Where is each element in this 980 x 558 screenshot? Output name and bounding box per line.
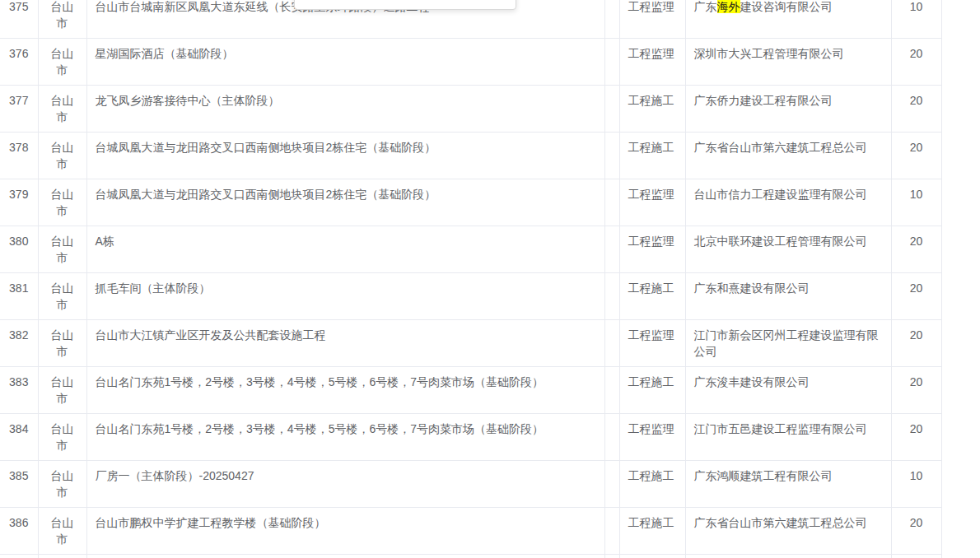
company-cell: 广东海外建设咨询有限公司: [685, 0, 891, 39]
score-cell: 20: [891, 320, 941, 367]
company-cell: 广东海外建设咨询有限公司: [685, 555, 891, 558]
company-text: 台山市信力工程建设监理有限公司: [694, 188, 867, 201]
company-cell: 江门市五邑建设工程监理有限公司: [685, 414, 891, 461]
project-name-cell: 台山市鹏权中学扩建工程教学楼（基础阶段）: [86, 508, 604, 555]
city-cell: 台山市: [38, 508, 86, 555]
page: 375台山市台山市台城南新区凤凰大道东延线（长安路至东环路段）道路工程工程监理广…: [0, 0, 980, 558]
project-name-cell: 台城凤凰大道与龙田路交叉口西南侧地块项目2栋住宅（基础阶段）: [86, 133, 604, 179]
project-name-cell: 台城凤凰大道与龙田路交叉口西南侧地块项目2栋住宅（基础阶段）: [86, 179, 604, 226]
score-cell: 20: [891, 39, 941, 86]
project-name-cell: 台山名门东苑1号楼，2号楼，3号楼，4号楼，5号楼，6号楼，7号肉菜市场（基础阶…: [86, 414, 604, 461]
spacer-cell: [604, 555, 619, 558]
spacer-cell: [604, 179, 619, 226]
report-type-cell: 工程监理: [619, 39, 685, 86]
company-text: 江门市五邑建设工程监理有限公司: [694, 422, 867, 435]
spacer-cell: [604, 133, 619, 179]
project-name-cell: 抓毛车间（主体阶段）: [86, 273, 604, 320]
score-cell: 10: [891, 461, 941, 508]
report-type-cell: 工程监理: [619, 0, 685, 39]
score-cell: 20: [891, 273, 941, 320]
company-text: 建设咨询有限公司: [740, 0, 833, 13]
city-cell: 台山市: [38, 179, 86, 226]
table-row[interactable]: 377台山市龙飞凤乡游客接待中心（主体阶段）工程施工广东侨力建设工程有限公司20: [0, 86, 941, 133]
company-cell: 台山市信力工程建设监理有限公司: [685, 179, 891, 226]
table-row[interactable]: 384台山市台山名门东苑1号楼，2号楼，3号楼，4号楼，5号楼，6号楼，7号肉菜…: [0, 414, 941, 461]
table-body: 375台山市台山市台城南新区凤凰大道东延线（长安路至东环路段）道路工程工程监理广…: [0, 0, 941, 558]
table-row[interactable]: 383台山市台山名门东苑1号楼，2号楼，3号楼，4号楼，5号楼，6号楼，7号肉菜…: [0, 367, 941, 414]
report-type-cell: 工程监理: [619, 555, 685, 558]
company-cell: 广东浚丰建设有限公司: [685, 367, 891, 414]
company-text: 江门市新会区冈州工程建设监理有限公司: [694, 328, 879, 358]
city-cell: 台山市: [38, 39, 86, 86]
company-text: 广东侨力建设工程有限公司: [694, 94, 833, 107]
company-cell: 广东和熹建设有限公司: [685, 273, 891, 320]
row-index-cell: 383: [0, 367, 38, 414]
city-cell: 台山市: [38, 0, 86, 39]
table-row[interactable]: 382台山市台山市大江镇产业区开发及公共配套设施工程工程监理江门市新会区冈州工程…: [0, 320, 941, 367]
city-cell: 台山市: [38, 320, 86, 367]
project-name-cell: 台山市鹏权中学扩建工程教学楼（基础阶段）: [86, 555, 604, 558]
score-cell: 20: [891, 226, 941, 273]
spacer-cell: [604, 273, 619, 320]
report-type-cell: 工程监理: [619, 226, 685, 273]
score-cell: 10: [891, 179, 941, 226]
table-row[interactable]: 376台山市星湖国际酒店（基础阶段）工程监理深圳市大兴工程管理有限公司20: [0, 39, 941, 86]
report-type-cell: 工程施工: [619, 133, 685, 179]
row-index-cell: 375: [0, 0, 38, 39]
spacer-cell: [604, 39, 619, 86]
row-index-cell: 380: [0, 226, 38, 273]
city-cell: 台山市: [38, 133, 86, 179]
table-row[interactable]: 385台山市厂房一（主体阶段）-20250427工程施工广东鸿顺建筑工程有限公司…: [0, 461, 941, 508]
project-name-cell: A栋: [86, 226, 604, 273]
row-index-cell: 379: [0, 179, 38, 226]
city-cell: 台山市: [38, 86, 86, 133]
company-text: 广东省台山市第六建筑工程总公司: [694, 516, 867, 529]
company-text: 广东鸿顺建筑工程有限公司: [694, 469, 833, 482]
company-cell: 广东省台山市第六建筑工程总公司: [685, 508, 891, 555]
spacer-cell: [604, 414, 619, 461]
table-row[interactable]: 387台山市台山市鹏权中学扩建工程教学楼（基础阶段）工程监理广东海外建设咨询有限…: [0, 555, 941, 558]
project-name-cell: 厂房一（主体阶段）-20250427: [86, 461, 604, 508]
company-text: 广东: [694, 0, 717, 13]
row-index-cell: 376: [0, 39, 38, 86]
row-index-cell: 377: [0, 86, 38, 133]
company-cell: 广东侨力建设工程有限公司: [685, 86, 891, 133]
company-cell: 广东鸿顺建筑工程有限公司: [685, 461, 891, 508]
row-index-cell: 381: [0, 273, 38, 320]
score-cell: 20: [891, 133, 941, 179]
spacer-cell: [604, 86, 619, 133]
report-type-cell: 工程施工: [619, 86, 685, 133]
spacer-cell: [604, 226, 619, 273]
table-row[interactable]: 378台山市台城凤凰大道与龙田路交叉口西南侧地块项目2栋住宅（基础阶段）工程施工…: [0, 133, 941, 179]
row-index-cell: 387: [0, 555, 38, 558]
table-row[interactable]: 380台山市A栋工程监理北京中联环建设工程管理有限公司20: [0, 226, 941, 273]
report-type-cell: 工程施工: [619, 273, 685, 320]
project-name-cell: 台山市大江镇产业区开发及公共配套设施工程: [86, 320, 604, 367]
spacer-cell: [604, 367, 619, 414]
spacer-cell: [604, 461, 619, 508]
company-cell: 江门市新会区冈州工程建设监理有限公司: [685, 320, 891, 367]
spacer-cell: [604, 0, 619, 39]
project-name-cell: 台山名门东苑1号楼，2号楼，3号楼，4号楼，5号楼，6号楼，7号肉菜市场（基础阶…: [86, 367, 604, 414]
report-type-cell: 工程监理: [619, 414, 685, 461]
score-cell: 10: [891, 0, 941, 39]
report-type-cell: 工程监理: [619, 320, 685, 367]
row-index-cell: 378: [0, 133, 38, 179]
city-cell: 台山市: [38, 367, 86, 414]
city-cell: 台山市: [38, 226, 86, 273]
project-name-cell: 星湖国际酒店（基础阶段）: [86, 39, 604, 86]
row-index-cell: 382: [0, 320, 38, 367]
table-row[interactable]: 381台山市抓毛车间（主体阶段）工程施工广东和熹建设有限公司20: [0, 273, 941, 320]
company-text: 广东省台山市第六建筑工程总公司: [694, 141, 867, 154]
city-cell: 台山市: [38, 461, 86, 508]
table-row[interactable]: 379台山市台城凤凰大道与龙田路交叉口西南侧地块项目2栋住宅（基础阶段）工程监理…: [0, 179, 941, 226]
table-row[interactable]: 386台山市台山市鹏权中学扩建工程教学楼（基础阶段）工程施工广东省台山市第六建筑…: [0, 508, 941, 555]
company-text: 广东和熹建设有限公司: [694, 281, 810, 295]
company-text: 深圳市大兴工程管理有限公司: [694, 47, 844, 60]
report-type-cell: 工程施工: [619, 508, 685, 555]
score-cell: 20: [891, 86, 941, 133]
company-cell: 北京中联环建设工程管理有限公司: [685, 226, 891, 273]
city-cell: 台山市: [38, 273, 86, 320]
city-cell: 台山市: [38, 414, 86, 461]
report-type-cell: 工程监理: [619, 179, 685, 226]
